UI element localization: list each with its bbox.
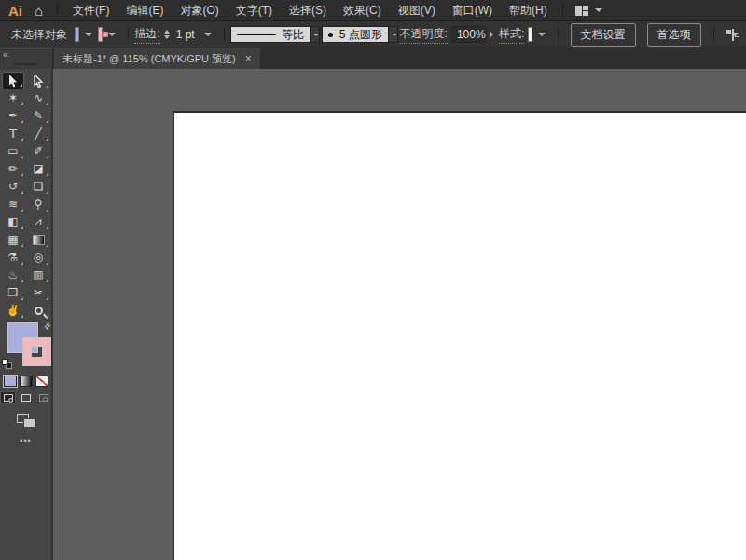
eraser-tool[interactable]: ◪	[27, 160, 49, 178]
rectangle-tool[interactable]: ▭	[2, 143, 24, 160]
direct-selection-tool[interactable]	[27, 72, 49, 89]
menu-edit[interactable]: 编辑(E)	[122, 3, 167, 19]
stroke-profile-label: 等比	[282, 27, 304, 43]
symbol-sprayer-tool[interactable]: ♨	[2, 266, 24, 284]
artboard[interactable]	[173, 111, 746, 560]
document-tab-title: 未标题-1* @ 115% (CMYK/GPU 预览)	[62, 52, 236, 66]
default-fill-stroke-icon[interactable]	[2, 359, 12, 369]
draw-behind-button[interactable]	[18, 391, 34, 404]
style-label[interactable]: 样式:	[499, 26, 524, 44]
screen-mode-button[interactable]	[17, 414, 35, 428]
mesh-tool[interactable]: ▦	[2, 231, 24, 249]
gradient-tool-icon	[33, 235, 45, 245]
blend-tool[interactable]: ◎	[27, 249, 49, 266]
width-tool[interactable]: ≋	[2, 196, 24, 213]
stroke-profile-field[interactable]: 等比	[230, 26, 311, 43]
collapse-toolbar-icon[interactable]: «	[3, 48, 7, 60]
paintbrush-tool[interactable]: ✐	[27, 143, 49, 160]
shape-builder-tool[interactable]: ◧	[2, 213, 24, 231]
menu-type[interactable]: 文字(T)	[232, 3, 276, 19]
perspective-grid-tool[interactable]: ⊿	[27, 213, 49, 231]
stroke-profile-preview-icon	[237, 34, 276, 35]
column-graph-tool[interactable]: ▥	[27, 266, 49, 284]
close-tab-icon[interactable]: ×	[245, 53, 252, 64]
selection-tool[interactable]	[2, 72, 24, 89]
menu-object[interactable]: 对象(O)	[176, 3, 222, 19]
artboard-tool[interactable]: ❒	[2, 284, 24, 302]
menu-view[interactable]: 视图(V)	[394, 3, 439, 19]
chevron-down-icon[interactable]	[595, 8, 602, 12]
stroke-proxy-swatch[interactable]	[23, 338, 50, 365]
paint-style-row	[0, 376, 51, 387]
stroke-weight-value[interactable]: 1 pt	[176, 28, 195, 41]
chevron-down-icon	[108, 33, 116, 36]
chevron-right-icon	[490, 31, 493, 38]
stroke-weight-label[interactable]: 描边:	[134, 26, 159, 44]
menu-window[interactable]: 窗口(W)	[449, 3, 496, 19]
menu-effect[interactable]: 效果(C)	[339, 3, 385, 19]
rotate-tool[interactable]: ↺	[2, 178, 24, 196]
control-bar: 未选择对象 描边: 1 pt 等比 5 点圆形 不透明度: 100% 样式: 文…	[0, 21, 746, 48]
style-dropdown[interactable]	[535, 33, 546, 36]
brush-definition-value: 5 点圆形	[339, 27, 382, 43]
stroke-weight-stepper[interactable]	[164, 30, 170, 39]
lasso-tool[interactable]: ∿	[27, 89, 49, 107]
control-panel-options-icon[interactable]	[725, 29, 728, 41]
opacity-expand-button[interactable]	[490, 31, 493, 38]
swap-fill-stroke-icon[interactable]: ⇄	[42, 321, 53, 332]
fill-color-swatch[interactable]	[75, 27, 79, 42]
menu-bar: Ai ⌂ 文件(F) 编辑(E) 对象(O) 文字(T) 选择(S) 效果(C)…	[0, 0, 746, 21]
opacity-label[interactable]: 不透明度:	[400, 26, 448, 44]
chevron-down-icon	[538, 33, 546, 36]
magic-wand-tool[interactable]: ✶	[2, 89, 24, 107]
tools-panel: ✶ ∿ ✒ ✎ T ╱ ▭ ✐ ✏ ◪ ↺ ❏ ≋ ⚲ ◧ ⊿ ▦ ⚗ ◎ ♨	[0, 69, 53, 560]
drawing-modes-row	[0, 391, 51, 404]
menu-help[interactable]: 帮助(H)	[505, 3, 551, 19]
eyedropper-tool[interactable]: ⚗	[2, 249, 24, 266]
free-transform-tool[interactable]: ⚲	[27, 196, 49, 213]
chevron-down-icon	[313, 34, 319, 36]
type-tool[interactable]: T	[2, 125, 24, 143]
brush-dot-icon	[328, 33, 333, 37]
divider	[57, 4, 58, 17]
slice-tool[interactable]: ✂	[27, 284, 49, 302]
menu-file[interactable]: 文件(F)	[69, 3, 113, 19]
zoom-tool-icon	[35, 307, 43, 315]
hand-tool[interactable]: ✌	[2, 302, 24, 320]
line-segment-tool[interactable]: ╱	[27, 125, 49, 143]
draw-normal-button[interactable]	[0, 391, 16, 404]
pen-tool[interactable]: ✒	[2, 107, 24, 125]
shaper-tool[interactable]: ✏	[2, 160, 24, 178]
pasteboard[interactable]	[53, 69, 746, 560]
chevron-down-icon	[85, 33, 92, 36]
gradient-button[interactable]	[20, 376, 33, 387]
scale-tool[interactable]: ❏	[27, 178, 49, 196]
opacity-value-field[interactable]: 100%	[451, 26, 487, 43]
selection-status: 未选择对象	[11, 27, 67, 43]
toolbar-gripper[interactable]	[14, 63, 38, 65]
preferences-button[interactable]: 首选项	[647, 23, 701, 47]
stroke-profile-dropdown[interactable]	[311, 26, 320, 43]
style-swatch[interactable]	[528, 27, 532, 42]
divider	[562, 4, 563, 17]
gradient-tool[interactable]	[27, 231, 49, 249]
edit-toolbar-button[interactable]: •••	[0, 436, 51, 445]
color-button[interactable]	[4, 376, 17, 387]
none-button[interactable]	[35, 376, 48, 387]
brush-definition-dropdown[interactable]	[389, 26, 398, 43]
illustrator-logo: Ai	[8, 3, 22, 19]
document-tab[interactable]: 未标题-1* @ 115% (CMYK/GPU 预览) ×	[54, 48, 260, 69]
draw-inside-button[interactable]	[35, 391, 51, 404]
brush-definition-field[interactable]: 5 点圆形	[322, 26, 389, 43]
stroke-color-swatch[interactable]	[98, 27, 103, 42]
document-setup-button[interactable]: 文档设置	[571, 23, 636, 47]
menu-select[interactable]: 选择(S)	[285, 3, 330, 19]
zoom-tool[interactable]	[27, 302, 49, 320]
stroke-weight-dropdown[interactable]	[201, 33, 212, 36]
fill-color-dropdown[interactable]	[82, 33, 92, 36]
chevron-down-icon	[392, 34, 397, 36]
fill-stroke-proxy: ⇄	[0, 321, 53, 374]
curvature-tool[interactable]: ✎	[27, 107, 49, 125]
home-icon[interactable]: ⌂	[35, 4, 43, 18]
workspace-switcher-icon[interactable]	[575, 6, 588, 16]
